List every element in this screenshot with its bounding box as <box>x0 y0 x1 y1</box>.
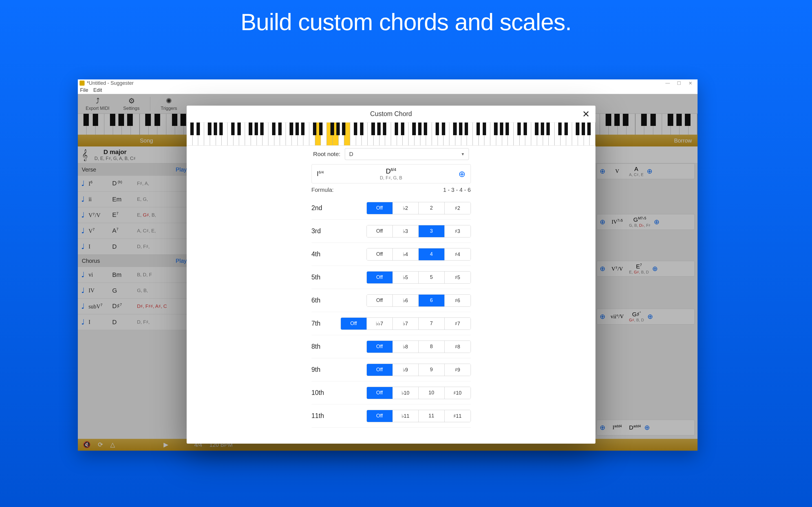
menu-file[interactable]: File <box>80 87 88 93</box>
interval-segmented-control[interactable]: Off♭1010♯10 <box>366 387 471 399</box>
segment-option[interactable]: ♯10 <box>445 387 470 399</box>
interval-segmented-control[interactable]: Off♭66♯6 <box>366 294 471 307</box>
segment-option[interactable]: ♭♭7 <box>367 318 393 330</box>
interval-segmented-control[interactable]: Off♭22♯2 <box>366 202 471 214</box>
add-icon[interactable]: ⊕ <box>600 265 605 273</box>
segment-option[interactable]: Off <box>367 364 393 376</box>
root-note-select[interactable]: D ▼ <box>345 148 469 160</box>
segment-option[interactable]: ♭9 <box>393 364 419 376</box>
segment-option[interactable]: ♯6 <box>445 295 470 306</box>
add-icon[interactable]: ⊕ <box>652 265 658 273</box>
loop-icon[interactable]: ⟳ <box>98 441 103 448</box>
segment-option[interactable]: Off <box>367 202 393 214</box>
segment-option[interactable]: 6 <box>419 295 445 306</box>
interval-row: 6thOff♭66♯6 <box>312 289 471 312</box>
segment-option[interactable]: ♭11 <box>393 410 419 422</box>
chord-row[interactable]: ♩viBmB, D, F <box>78 267 191 283</box>
segment-option[interactable]: 9 <box>419 364 445 376</box>
segment-option[interactable]: ♭2 <box>393 202 419 214</box>
suggestion-tile[interactable]: ⊕VAA, C♯, E⊕ <box>597 163 695 179</box>
segment-option[interactable]: ♯11 <box>445 410 470 422</box>
chord-row[interactable]: ♩IDD, F♯, <box>78 239 191 255</box>
interval-segmented-control[interactable]: Off♭55♯5 <box>366 271 471 284</box>
chord-row[interactable]: ♩V7A7A, C♯, E, <box>78 223 191 239</box>
add-icon[interactable]: ⊕ <box>647 313 653 321</box>
tb-settings[interactable]: ⚙ Settings <box>114 97 148 111</box>
segment-option[interactable]: 5 <box>419 272 445 283</box>
segment-option[interactable]: Off <box>367 410 393 422</box>
add-icon[interactable]: ⊕ <box>654 218 659 226</box>
chord-name: E7 <box>112 211 133 219</box>
add-icon[interactable]: ⊕ <box>600 424 605 432</box>
suggestion-tile[interactable]: ⊕V⁷/VE7E, G♯, B, D⊕ <box>597 261 695 277</box>
segment-option[interactable]: Off <box>367 387 393 399</box>
segment-option[interactable]: 8 <box>419 341 445 353</box>
interval-segmented-control[interactable]: Off♭33♯3 <box>366 225 471 237</box>
interval-label: 5th <box>312 274 320 281</box>
chord-row[interactable]: ♩iiEmE, G, <box>78 191 191 207</box>
segment-option[interactable]: ♯4 <box>445 248 470 260</box>
segment-option[interactable]: ♯7 <box>445 318 470 330</box>
chord-row[interactable]: ♩I6D (b)F♯, A, <box>78 176 191 191</box>
segment-option[interactable]: Off <box>367 225 393 237</box>
chord-notes: G, B, <box>137 288 148 293</box>
segment-option[interactable]: Off <box>367 248 393 260</box>
borrow-label[interactable]: Borrow <box>674 137 692 144</box>
add-icon[interactable]: ⊕ <box>600 218 605 226</box>
modal-close-button[interactable]: ✕ <box>582 109 590 119</box>
play-icon[interactable]: ▶ <box>163 441 168 448</box>
suggestion-tile[interactable]: ⊕vii°/VG♯°G♯, B, D⊕ <box>597 309 695 325</box>
suggestion-tile[interactable]: ⊕Iadd4Dadd4⊕ <box>597 420 695 436</box>
tb-export-midi[interactable]: ⤴ Export MIDI <box>81 97 114 111</box>
interval-segmented-control[interactable]: Off♭44♯4 <box>366 248 471 261</box>
segment-option[interactable]: ♯8 <box>445 341 470 353</box>
segment-option[interactable]: ♭3 <box>393 225 419 237</box>
play-button[interactable]: Play <box>175 166 187 173</box>
chord-row[interactable]: ♩V⁷/VE7E, G♯, B, <box>78 207 191 223</box>
segment-option[interactable]: ♭4 <box>393 248 419 260</box>
segment-option[interactable]: ♯5 <box>445 272 470 283</box>
close-button[interactable]: ✕ <box>684 80 696 86</box>
minimize-button[interactable]: — <box>662 80 673 86</box>
add-chord-button[interactable]: ⊕ <box>458 169 465 179</box>
segment-option[interactable]: ♭10 <box>393 387 419 399</box>
segment-option[interactable]: 4 <box>419 248 445 260</box>
interval-segmented-control[interactable]: Off♭88♯8 <box>366 341 471 353</box>
add-icon[interactable]: ⊕ <box>600 313 605 321</box>
tb-triggers[interactable]: ✺ Triggers <box>152 97 186 111</box>
maximize-button[interactable]: ☐ <box>673 80 684 86</box>
segment-option[interactable]: Off <box>367 295 393 306</box>
interval-segmented-control[interactable]: Off♭♭7♭77♯7 <box>341 318 471 330</box>
interval-label: 11th <box>312 412 324 420</box>
mute-icon[interactable]: 🔇 <box>83 441 91 448</box>
segment-option[interactable]: ♯9 <box>445 364 470 376</box>
segment-option[interactable]: 10 <box>419 387 445 399</box>
menu-edit[interactable]: Edit <box>93 87 102 93</box>
segment-option[interactable]: Off <box>367 272 393 283</box>
segment-option[interactable]: ♭7 <box>393 318 419 330</box>
interval-segmented-control[interactable]: Off♭99♯9 <box>366 363 471 376</box>
segment-option[interactable]: Off <box>367 341 393 353</box>
add-icon[interactable]: ⊕ <box>600 167 605 175</box>
segment-option[interactable]: ♭8 <box>393 341 419 353</box>
segment-option[interactable]: ♯2 <box>445 202 470 214</box>
segment-option[interactable]: 11 <box>419 410 445 422</box>
segment-option[interactable]: 2 <box>419 202 445 214</box>
interval-segmented-control[interactable]: Off♭1111♯11 <box>366 410 471 422</box>
segment-option[interactable]: 3 <box>419 225 445 237</box>
suggestion-tile[interactable]: ⊕IV7♭5GM7♭5G, B, D♭, F♯⊕ <box>597 214 695 230</box>
chord-row[interactable]: ♩subV7D♯7D♯, F♯♯, A♯, C <box>78 298 191 314</box>
modal-piano[interactable] <box>187 122 596 146</box>
segment-option[interactable]: ♯3 <box>445 225 470 237</box>
chord-row[interactable]: ♩IDD, F♯, <box>78 314 191 330</box>
segment-option[interactable]: Off <box>341 318 367 330</box>
gear-icon: ⚙ <box>128 97 135 105</box>
segment-option[interactable]: 7 <box>419 318 445 330</box>
segment-option[interactable]: ♭5 <box>393 272 419 283</box>
metronome-icon[interactable]: △ <box>110 441 115 448</box>
chord-row[interactable]: ♩IVGG, B, <box>78 283 191 298</box>
add-icon[interactable]: ⊕ <box>647 167 652 175</box>
segment-option[interactable]: ♭6 <box>393 295 419 306</box>
play-button[interactable]: Play <box>175 258 187 264</box>
add-icon[interactable]: ⊕ <box>644 424 650 432</box>
